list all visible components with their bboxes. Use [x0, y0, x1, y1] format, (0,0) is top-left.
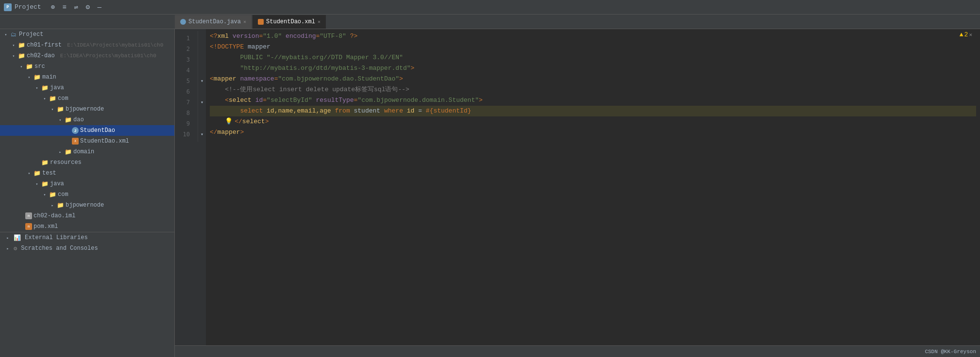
iml-file-dot: m: [25, 212, 32, 219]
xml-file-icon: [258, 19, 264, 25]
tree-item-ch01[interactable]: 📁 ch01-first E:\IDEA\Projects\mybatis01\…: [0, 40, 174, 50]
tree-label-bjpowernode-test: bjpowernode: [66, 202, 104, 209]
tab-xml[interactable]: StudentDao.xml ✕: [253, 15, 326, 29]
tree-item-src[interactable]: 📁 src: [0, 61, 174, 72]
tree-label-ch01: ch01-first E:\IDEA\Projects\mybatis01\ch…: [27, 42, 163, 49]
tree-arrow-studentdao-java: [64, 127, 72, 134]
java-file-icon: [180, 19, 186, 25]
tree-label-ch02: ch02-dao E:\IDEA\Projects\mybatis01\ch0: [27, 52, 156, 59]
tree-item-com-test[interactable]: 📁 com: [0, 189, 174, 200]
tab-java[interactable]: StudentDao.java ✕: [175, 15, 252, 29]
tree-item-domain[interactable]: 📁 domain: [0, 146, 174, 157]
line-num-6: 6: [175, 86, 194, 97]
code-line-10: </mapper>: [210, 127, 976, 138]
code-line-6: <!--使用select insert delete update标签写sql语…: [210, 84, 976, 95]
tree-item-ch02-iml[interactable]: m ch02-dao.iml: [0, 211, 174, 221]
fold-4: [198, 65, 206, 76]
tabs-bar: StudentDao.java ✕ StudentDao.xml ✕: [0, 15, 980, 29]
tab-xml-close[interactable]: ✕: [318, 19, 321, 25]
tree-arrow-java-main: [33, 84, 41, 92]
tree-arrow-resources: [33, 159, 41, 166]
project-icon: P: [4, 3, 12, 11]
tree-label-resources: resources: [50, 159, 82, 166]
fold-1: [198, 33, 206, 44]
tree-item-studentdao-java[interactable]: J StudentDao: [0, 125, 174, 136]
tree-item-java-test[interactable]: 📁 java: [0, 178, 174, 189]
fold-2: [198, 44, 206, 54]
line-num-9: 9: [175, 118, 194, 129]
external-libraries-item[interactable]: 📊 External Libraries: [0, 232, 174, 243]
code-editor[interactable]: <?xml version="1.0" encoding="UTF-8" ?> …: [206, 29, 980, 345]
tree-label-com: com: [58, 95, 68, 102]
tree-arrow-ch02: [10, 52, 17, 60]
folder-icon-dao: 📁: [64, 116, 72, 124]
code-line-3: PUBLIC "-//mybatis.org//DTD Mapper 3.0//…: [210, 52, 976, 63]
ext-libs-bar-icon: 📊: [14, 234, 21, 242]
tree-arrow-com-test: [41, 191, 49, 198]
toolbar-icon-settings[interactable]: ⚙: [83, 2, 93, 12]
code-line-5: <mapper namespace="com.bjpowernode.dao.S…: [210, 74, 976, 84]
tree-arrow-pom: [17, 223, 25, 230]
tree-label-studentdao-java: StudentDao: [80, 127, 115, 134]
tree-arrow-src: [17, 63, 25, 70]
tab-java-close[interactable]: ✕: [243, 19, 246, 25]
code-line-2: <!DOCTYPE mapper: [210, 42, 976, 52]
tree-item-com[interactable]: 📁 com: [0, 93, 174, 104]
bulb-icon[interactable]: 💡: [225, 116, 233, 127]
tree-item-studentdao-xml[interactable]: X StudentDao.xml: [0, 136, 174, 146]
code-line-8: select id,name,email,age from student wh…: [210, 106, 976, 116]
tree-item-main[interactable]: 📁 main: [0, 72, 174, 82]
tree-arrow-dao: [56, 116, 64, 124]
tree-item-dao[interactable]: 📁 dao: [0, 114, 174, 125]
tree-label-com-test: com: [58, 191, 68, 198]
line-num-10: 10: [175, 129, 194, 140]
gutter-inner: 1 2 3 4 5 6 7 8 9 10: [175, 29, 206, 142]
tree-arrow-project: [2, 31, 10, 38]
tree-arrow-scratches: [4, 244, 12, 252]
tree-arrow-bjpowernode: [49, 105, 56, 113]
fold-3: [198, 54, 206, 65]
tree-item-project[interactable]: 🗂 Project: [0, 29, 174, 40]
tree-item-test[interactable]: 📁 test: [0, 168, 174, 178]
title-bar-left: P Project ⊕ ≡ ⇌ ⚙ —: [4, 2, 104, 12]
tree-label-java-test: java: [50, 180, 64, 187]
folder-icon-com: 📁: [49, 95, 56, 102]
tree-item-bjpowernode-test[interactable]: 📁 bjpowernode: [0, 200, 174, 211]
tree-item-ch02[interactable]: 📁 ch02-dao E:\IDEA\Projects\mybatis01\ch…: [0, 50, 174, 61]
folder-icon-main: 📁: [33, 73, 41, 81]
tree-arrow-com: [41, 95, 49, 102]
tree-item-resources[interactable]: 📁 resources: [0, 157, 174, 168]
toolbar-icon-sync[interactable]: ⊕: [48, 2, 58, 12]
toolbar-icon-menu[interactable]: ≡: [60, 2, 69, 12]
tree-arrow-ch02-iml: [17, 212, 25, 220]
sidebar-bottom-items: 📊 External Libraries ⚙ Scratches and Con…: [0, 232, 174, 254]
tree-label-test: test: [42, 170, 56, 177]
editor-content: 1 2 3 4 5 6 7 8 9 10: [175, 29, 980, 345]
tab-java-label: StudentDao.java: [188, 18, 241, 25]
tree-label-pom: pom.xml: [34, 223, 58, 230]
fold-5[interactable]: ▾: [198, 76, 206, 86]
folder-icon-java-main: 📁: [41, 84, 49, 92]
java-file-dot: J: [72, 127, 79, 134]
tree-item-bjpowernode[interactable]: 📁 bjpowernode: [0, 104, 174, 114]
title-bar: P Project ⊕ ≡ ⇌ ⚙ —: [0, 0, 980, 15]
gutter: 1 2 3 4 5 6 7 8 9 10: [175, 29, 206, 345]
scratches-and-consoles-item[interactable]: ⚙ Scratches and Consoles: [0, 243, 174, 254]
fold-7[interactable]: ▾: [198, 97, 206, 108]
tree-arrow-studentdao-xml: [64, 137, 72, 145]
tree-arrow-main: [25, 73, 33, 81]
folder-icon-domain: 📁: [64, 148, 72, 156]
title-bar-icons: ⊕ ≡ ⇌ ⚙ —: [48, 2, 104, 12]
tree-label-domain: domain: [73, 148, 94, 155]
toolbar-icon-swap[interactable]: ⇌: [71, 2, 81, 12]
fold-10[interactable]: ▾: [198, 129, 206, 140]
tree-arrow-extlibs: [4, 234, 12, 242]
tab-xml-label: StudentDao.xml: [266, 18, 315, 25]
tree-item-pom[interactable]: m pom.xml: [0, 221, 174, 232]
tree-label-studentdao-xml: StudentDao.xml: [80, 138, 129, 145]
line-num-1: 1: [175, 33, 194, 44]
code-line-4: "http://mybatis.org/dtd/mybatis-3-mapper…: [210, 63, 976, 74]
tree-item-java-main[interactable]: 📁 java: [0, 82, 174, 93]
toolbar-icon-minimize[interactable]: —: [95, 2, 104, 12]
tree-label-java-main: java: [50, 84, 64, 91]
